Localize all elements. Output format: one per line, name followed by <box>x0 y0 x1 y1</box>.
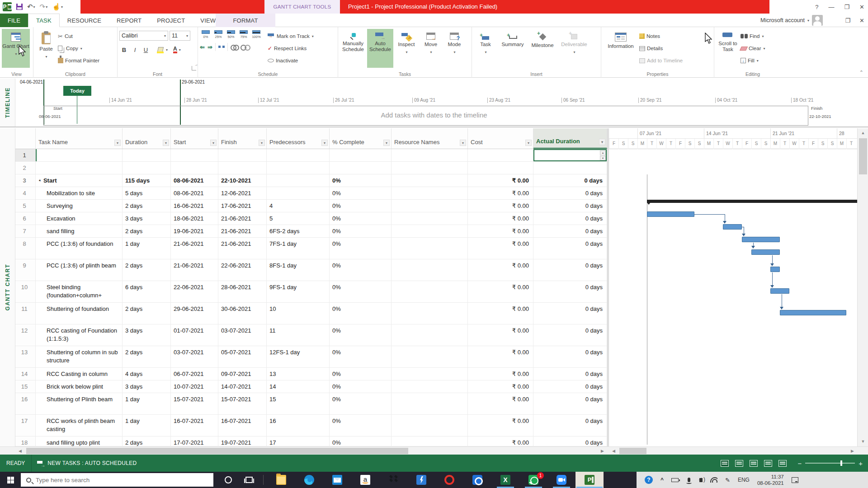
cell-n[interactable]: 18 <box>15 436 36 446</box>
cell-pred[interactable]: 12FS-1 day <box>267 346 330 367</box>
cell-n[interactable]: 6 <box>15 212 36 225</box>
cell-pct[interactable]: 0% <box>330 303 392 324</box>
notification-center-icon[interactable] <box>792 477 798 483</box>
cell-fin[interactable]: 28-06-2021 <box>218 281 267 302</box>
pen-icon[interactable]: ✎ <box>725 477 730 483</box>
cell-fin[interactable]: 19-07-2021 <box>218 436 267 446</box>
filter-icon[interactable]: ▾ <box>259 140 265 146</box>
cell-n[interactable]: 15 <box>15 380 36 393</box>
clear-button[interactable]: Clear▾ <box>741 44 765 53</box>
find-button[interactable]: Find▾ <box>741 32 765 41</box>
cell-fin[interactable]: 03-07-2021 <box>218 324 267 346</box>
cell-name[interactable]: PCC (1:3:6) of foundation <box>36 238 123 259</box>
cell-name[interactable]: RCC casting of Foundation (1:1.5:3) <box>36 324 123 346</box>
cell-res[interactable] <box>392 149 468 161</box>
format-painter-button[interactable]: Format Painter <box>58 56 99 65</box>
cut-button[interactable]: ✂Cut <box>58 32 99 41</box>
cell-res[interactable] <box>392 212 468 225</box>
cell-start[interactable]: 06-07-2021 <box>171 368 218 380</box>
indent-task-icon[interactable]: ⇒ <box>208 44 212 51</box>
cell-start[interactable]: 16-07-2021 <box>171 415 218 436</box>
auto-schedule-button[interactable]: Auto Schedule <box>367 29 393 68</box>
cell-name[interactable]: Steel binding (foundation+column+ <box>36 281 123 302</box>
cell-pct[interactable]: 0% <box>330 415 392 436</box>
cell-name[interactable]: RCC works of plinth beam casting <box>36 415 123 436</box>
cell-res[interactable] <box>392 346 468 367</box>
cell-dur[interactable] <box>123 162 171 174</box>
move-button[interactable]: Move▾ <box>420 29 442 68</box>
cell-act[interactable]: 0 days <box>533 212 607 225</box>
cell-start[interactable]: 03-07-2021 <box>171 346 218 367</box>
cell-dur[interactable]: 2 days <box>123 346 171 367</box>
cell-fin[interactable]: 17-06-2021 <box>218 200 267 212</box>
cell-n[interactable]: 10 <box>15 281 36 302</box>
split-task-icon[interactable] <box>218 45 225 49</box>
cell-pct[interactable]: 0% <box>330 281 392 302</box>
filter-icon[interactable]: ▾ <box>460 140 466 146</box>
header-resource-names[interactable]: Resource Names▾ <box>392 128 468 149</box>
cell-start[interactable]: 16-06-2021 <box>171 200 218 212</box>
cell-fin[interactable]: 21-06-2021 <box>218 212 267 225</box>
clock[interactable]: 11:37 08-06-2021 <box>757 474 784 486</box>
cell-start[interactable]: 15-07-2021 <box>171 393 218 414</box>
percent-complete-25-button[interactable]: 25% <box>212 29 224 40</box>
italic-button[interactable]: I <box>130 45 140 55</box>
percent-complete-75-button[interactable]: 75% <box>238 29 250 40</box>
cell-cost[interactable]: ₹ 0.00 <box>468 368 533 380</box>
cell-cost[interactable] <box>468 162 533 174</box>
header-actual-duration[interactable]: Actual Duration▾ <box>533 128 607 149</box>
cell-pred[interactable]: 6FS-2 days <box>267 225 330 237</box>
cell-pct[interactable]: 0% <box>330 436 392 446</box>
cell-name[interactable] <box>36 162 123 174</box>
cell-act[interactable]: 0 days <box>533 225 607 237</box>
cell-n[interactable]: 1 <box>15 149 36 161</box>
redo-button[interactable]: ↷▾ <box>40 3 48 11</box>
copy-button[interactable]: Copy▾ <box>58 44 99 53</box>
gantt-chart-tools-tab[interactable]: GANTT CHART TOOLS <box>264 0 340 14</box>
cell-act[interactable]: 0 days <box>533 380 607 393</box>
cell-cost[interactable]: ₹ 0.00 <box>468 380 533 393</box>
scroll-to-task-button[interactable]: Scroll to Task <box>716 29 740 68</box>
cell-pct[interactable]: 0% <box>330 393 392 414</box>
collapse-icon[interactable]: ▼ <box>36 177 44 185</box>
taskbar-app-file-explorer[interactable] <box>267 472 295 488</box>
cell-act[interactable]: 0 days <box>533 259 607 281</box>
account-label[interactable]: Microsoft account <box>760 17 805 23</box>
scroll-down-icon[interactable]: ▼ <box>859 438 868 446</box>
cell-n[interactable]: 17 <box>15 415 36 436</box>
cell-n[interactable]: 12 <box>15 324 36 346</box>
header-predecessors[interactable]: Predecessors▾ <box>267 128 330 149</box>
avatar[interactable] <box>812 15 823 26</box>
cell-dur[interactable]: 2 days <box>123 436 171 446</box>
manually-schedule-button[interactable]: Manually Schedule <box>340 29 366 68</box>
filter-icon[interactable]: ▾ <box>321 140 328 146</box>
cell-pred[interactable]: 17 <box>267 436 330 446</box>
cell-pred[interactable]: 8FS-1 day <box>267 259 330 281</box>
cell-dur[interactable]: 3 days <box>123 324 171 346</box>
cell-pred[interactable]: 13 <box>267 368 330 380</box>
mode-button[interactable]: Mode▾ <box>443 29 466 68</box>
cell-start[interactable]: 22-06-2021 <box>171 281 218 302</box>
minimize-button[interactable]: — <box>828 4 834 10</box>
cell-act[interactable]: 0 days <box>533 238 607 259</box>
cell-dur[interactable]: 115 days <box>123 174 171 187</box>
cell-fin[interactable]: 12-06-2021 <box>218 187 267 199</box>
help-button[interactable]: ? <box>815 4 818 10</box>
font-color-button[interactable]: A <box>173 47 177 53</box>
inactivate-button[interactable]: Inactivate <box>268 56 314 65</box>
underline-button[interactable]: U <box>141 45 151 55</box>
cell-pct[interactable]: 0% <box>330 187 392 199</box>
cell-name[interactable]: sand filling upto plint <box>36 436 123 446</box>
restore-button[interactable]: ❐ <box>844 4 849 10</box>
table-scroll-right-icon[interactable]: ▶ <box>599 447 606 455</box>
cell-pred[interactable]: 15 <box>267 393 330 414</box>
fill-button[interactable]: ↓Fill▾ <box>741 56 765 65</box>
taskbar-app-ring-app[interactable] <box>463 472 491 488</box>
cell-n[interactable]: 5 <box>15 200 36 212</box>
save-button[interactable] <box>16 4 23 10</box>
cell-cost[interactable]: ₹ 0.00 <box>468 324 533 346</box>
cell-name[interactable]: Mobilization to site <box>36 187 123 199</box>
cell-start[interactable]: 17-07-2021 <box>171 436 218 446</box>
battery-icon[interactable] <box>671 478 679 482</box>
cell-name[interactable]: sand filling <box>36 225 123 237</box>
